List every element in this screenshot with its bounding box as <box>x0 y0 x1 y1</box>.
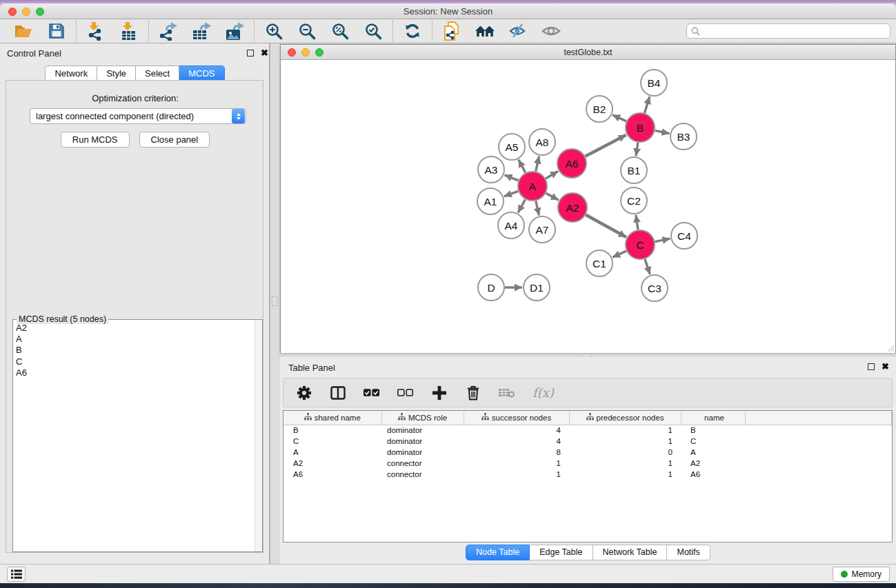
cell-successor-nodes[interactable]: 8 <box>464 447 569 458</box>
cell-MCDS-role[interactable]: connector <box>381 458 464 469</box>
import-table-button[interactable] <box>119 21 139 41</box>
close-table-panel-icon[interactable]: ✖ <box>882 363 889 370</box>
delete-table-button[interactable] <box>499 385 515 401</box>
column-header-successor-nodes[interactable]: successor nodes <box>464 411 569 425</box>
close-panel-button[interactable]: Close panel <box>139 132 210 148</box>
graph-edge-C-C3[interactable] <box>645 259 650 274</box>
table-header-row[interactable]: shared nameMCDS rolesuccessor nodesprede… <box>283 411 892 425</box>
hide-graphics-details-button[interactable] <box>508 21 528 41</box>
graph-edge-A-A8[interactable] <box>536 156 539 172</box>
mcds-result-item[interactable]: A <box>16 334 254 345</box>
network-canvas[interactable]: AA1A2A3A4A5A6A7A8BB1B2B3B4CC1C2C3C4DD1 <box>281 60 895 353</box>
home-button[interactable] <box>475 21 495 41</box>
graph-edge-C-C2[interactable] <box>636 215 638 230</box>
memory-button[interactable]: Memory <box>833 567 890 582</box>
network-graph[interactable]: AA1A2A3A4A5A6A7A8BB1B2B3B4CC1C2C3C4DD1 <box>281 60 895 353</box>
app-titlebar[interactable]: Session: New Session <box>0 3 896 19</box>
tab-motifs[interactable]: Motifs <box>667 545 710 560</box>
zoom-out-button[interactable] <box>297 21 317 41</box>
cell-name[interactable]: C <box>681 436 745 447</box>
graph-edge-A-A2[interactable] <box>546 193 558 200</box>
search-input[interactable] <box>700 25 890 37</box>
search-field[interactable] <box>686 23 890 39</box>
graph-edge-A2-C[interactable] <box>586 215 626 237</box>
mcds-result-scrollbar[interactable] <box>255 320 262 551</box>
graph-edge-A-A6[interactable] <box>546 172 558 179</box>
criterion-dropdown[interactable]: largest connected component (directed) <box>30 108 246 124</box>
cell-predecessor-nodes[interactable]: 1 <box>569 436 681 447</box>
graph-edge-B-B4[interactable] <box>644 97 649 113</box>
cell-predecessor-nodes[interactable]: 1 <box>569 469 681 480</box>
zoom-in-button[interactable] <box>263 21 284 41</box>
cell-predecessor-nodes[interactable]: 1 <box>569 458 681 469</box>
open-session-button[interactable] <box>13 21 34 41</box>
graph-edge-A-A3[interactable] <box>504 175 518 181</box>
cell-successor-nodes[interactable]: 1 <box>464 469 569 480</box>
tab-edge-table[interactable]: Edge Table <box>530 545 593 560</box>
column-header-predecessor-nodes[interactable]: predecessor nodes <box>569 411 681 425</box>
mcds-result-item[interactable]: A6 <box>16 367 254 378</box>
graph-edge-A-A5[interactable] <box>519 160 526 173</box>
refresh-view-button[interactable] <box>402 21 423 41</box>
delete-column-button[interactable] <box>465 385 481 401</box>
column-header-MCDS-role[interactable]: MCDS role <box>381 411 464 425</box>
task-history-button[interactable] <box>7 567 26 582</box>
table-row[interactable]: Bdominator41B <box>283 425 892 436</box>
graph-edge-C-C1[interactable] <box>613 251 626 257</box>
graph-edge-A-A7[interactable] <box>536 201 539 215</box>
table-row[interactable]: A2connector11A2 <box>283 458 892 469</box>
table-settings-button[interactable] <box>296 385 312 401</box>
cell-predecessor-nodes[interactable]: 1 <box>569 425 681 436</box>
export-table-button[interactable] <box>191 21 212 41</box>
cell-shared-name[interactable]: C <box>283 436 381 447</box>
cell-predecessor-nodes[interactable]: 0 <box>569 447 681 458</box>
graph-edge-A6-B[interactable] <box>585 135 626 156</box>
graph-edge-B-B2[interactable] <box>613 115 626 121</box>
graph-edge-B-B1[interactable] <box>636 143 638 156</box>
node-table[interactable]: shared nameMCDS rolesuccessor nodesprede… <box>283 410 893 543</box>
cell-shared-name[interactable]: A6 <box>283 469 381 480</box>
network-window-titlebar[interactable]: testGlobe.txt <box>281 45 895 60</box>
cell-shared-name[interactable]: B <box>283 425 381 436</box>
graph-edge-C-C4[interactable] <box>655 239 670 241</box>
cell-MCDS-role[interactable]: dominator <box>381 425 464 436</box>
mcds-result-item[interactable]: C <box>16 356 254 367</box>
function-builder-button[interactable]: f(x) <box>532 385 554 401</box>
float-table-panel-icon[interactable] <box>868 363 875 370</box>
zoom-fit-button[interactable] <box>330 21 350 41</box>
run-mcds-button[interactable]: Run MCDS <box>61 132 130 148</box>
cell-shared-name[interactable]: A <box>283 447 381 458</box>
deselect-all-rows-button[interactable] <box>397 385 414 401</box>
cell-MCDS-role[interactable]: connector <box>381 469 464 480</box>
graph-edge-A-A1[interactable] <box>504 191 519 196</box>
table-row[interactable]: Cdominator41C <box>283 436 892 447</box>
graph-edge-A-A4[interactable] <box>518 199 525 212</box>
cell-name[interactable]: A2 <box>681 458 745 469</box>
mcds-result-item[interactable]: A2 <box>16 323 254 334</box>
session-from-network-file-button[interactable] <box>441 21 462 41</box>
create-column-button[interactable] <box>431 385 448 401</box>
close-panel-icon[interactable]: ✖ <box>261 50 268 57</box>
export-network-button[interactable] <box>158 21 179 41</box>
import-network-button[interactable] <box>86 21 106 41</box>
cell-name[interactable]: A6 <box>681 469 745 480</box>
cell-successor-nodes[interactable]: 4 <box>464 425 569 436</box>
tab-node-table[interactable]: Node Table <box>466 545 530 560</box>
mcds-result-item[interactable]: B <box>16 345 254 356</box>
graph-edge-B-B3[interactable] <box>655 130 670 133</box>
cell-shared-name[interactable]: A2 <box>283 458 381 469</box>
table-row[interactable]: Adominator80A <box>283 447 892 458</box>
column-header-shared-name[interactable]: shared name <box>283 411 381 425</box>
select-all-rows-button[interactable] <box>364 385 380 401</box>
show-graphics-details-button[interactable] <box>541 21 561 41</box>
cell-successor-nodes[interactable]: 1 <box>464 458 569 469</box>
column-header-name[interactable]: name <box>681 411 745 425</box>
resize-grip-icon[interactable] <box>886 344 895 352</box>
export-image-button[interactable] <box>224 21 245 41</box>
float-panel-icon[interactable] <box>247 50 254 57</box>
toggle-column-view-button[interactable] <box>330 385 346 401</box>
cell-MCDS-role[interactable]: dominator <box>381 436 464 447</box>
cell-successor-nodes[interactable]: 4 <box>464 436 569 447</box>
cell-name[interactable]: B <box>681 425 745 436</box>
zoom-selected-button[interactable] <box>363 21 384 41</box>
